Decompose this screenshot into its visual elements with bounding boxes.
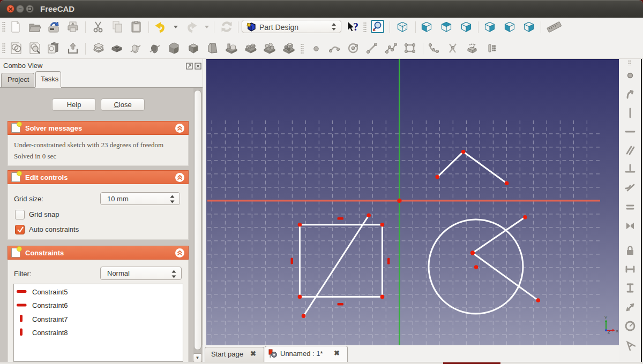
svg-text:?: ?	[353, 21, 358, 33]
svg-text:X: X	[616, 329, 619, 333]
svg-text:Z: Z	[608, 330, 610, 335]
svg-text:Y: Y	[604, 315, 608, 320]
